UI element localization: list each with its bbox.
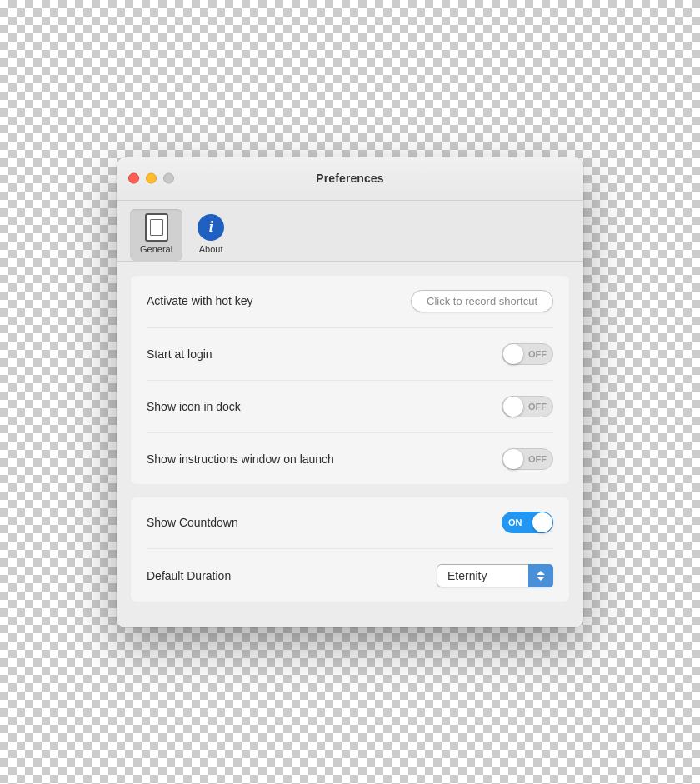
- titlebar: Preferences: [117, 157, 583, 201]
- default-duration-label: Default Duration: [147, 569, 231, 582]
- section-countdown-settings: Show Countdown ON Default Duration Etern…: [130, 497, 570, 602]
- hotkey-label: Activate with hot key: [147, 294, 253, 307]
- tab-general-label: General: [140, 244, 172, 254]
- show-countdown-label: Show Countdown: [147, 516, 238, 529]
- show-countdown-track: ON: [502, 512, 553, 533]
- window-title: Preferences: [316, 172, 383, 185]
- about-icon: i: [198, 214, 224, 241]
- preferences-window: Preferences General i About Activate wit…: [117, 157, 583, 627]
- show-countdown-knob: [532, 512, 552, 532]
- maximize-button[interactable]: [163, 173, 174, 184]
- show-instructions-track: OFF: [502, 448, 553, 470]
- minimize-button[interactable]: [146, 173, 157, 184]
- start-at-login-track: OFF: [502, 343, 553, 365]
- row-show-icon-dock: Show icon in dock OFF: [147, 381, 553, 433]
- content-area: Activate with hot key Click to record sh…: [117, 262, 583, 627]
- show-instructions-knob: [503, 449, 523, 469]
- section-general-settings: Activate with hot key Click to record sh…: [130, 275, 570, 485]
- tab-about[interactable]: i About: [186, 209, 236, 261]
- row-start-at-login: Start at login OFF: [147, 328, 553, 381]
- general-icon: [143, 214, 170, 241]
- show-countdown-toggle-label: ON: [508, 517, 522, 527]
- row-hotkey: Activate with hot key Click to record sh…: [147, 275, 553, 328]
- show-instructions-toggle[interactable]: OFF: [502, 448, 553, 470]
- start-at-login-toggle-label: OFF: [528, 349, 547, 359]
- default-duration-select[interactable]: Eternity 5 minutes 10 minutes 15 minutes…: [437, 564, 553, 587]
- start-at-login-label: Start at login: [147, 347, 212, 361]
- row-show-instructions: Show instructions window on launch OFF: [147, 433, 553, 485]
- show-icon-dock-track: OFF: [502, 396, 553, 417]
- tab-about-label: About: [199, 244, 223, 254]
- show-icon-dock-toggle[interactable]: OFF: [502, 396, 553, 417]
- row-show-countdown: Show Countdown ON: [147, 497, 553, 549]
- show-icon-dock-toggle-label: OFF: [528, 402, 547, 412]
- show-instructions-label: Show instructions window on launch: [147, 452, 334, 466]
- traffic-lights: [128, 173, 174, 184]
- start-at-login-toggle[interactable]: OFF: [502, 343, 553, 365]
- toolbar: General i About: [117, 201, 583, 262]
- default-duration-select-wrapper: Eternity 5 minutes 10 minutes 15 minutes…: [437, 564, 553, 587]
- show-instructions-toggle-label: OFF: [528, 454, 547, 464]
- record-shortcut-button[interactable]: Click to record shortcut: [411, 290, 553, 312]
- show-icon-dock-label: Show icon in dock: [147, 400, 241, 413]
- show-countdown-toggle[interactable]: ON: [502, 512, 553, 533]
- start-at-login-knob: [503, 344, 523, 364]
- tab-general[interactable]: General: [130, 209, 182, 261]
- row-default-duration: Default Duration Eternity 5 minutes 10 m…: [147, 549, 553, 602]
- close-button[interactable]: [128, 173, 139, 184]
- show-icon-dock-knob: [503, 397, 523, 417]
